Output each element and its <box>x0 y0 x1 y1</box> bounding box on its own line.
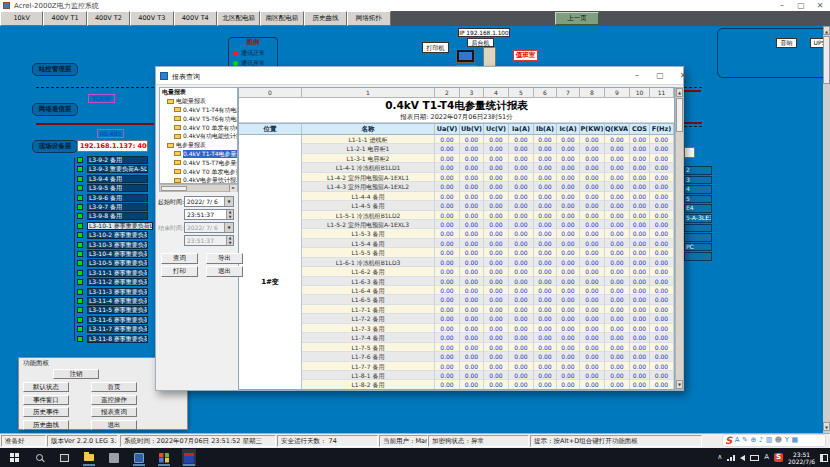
panel-button-报表查询[interactable]: 报表查询 <box>91 407 137 417</box>
scroll-right-icon[interactable]: ► <box>229 185 237 192</box>
tab-历史曲线[interactable]: 历史曲线 <box>304 11 347 26</box>
ime-board-icon[interactable]: ▥ <box>766 435 773 446</box>
ime-keyboard-icon[interactable] <box>750 455 759 461</box>
window-maximize-button[interactable]: ▢ <box>794 0 808 11</box>
scroll-down-icon[interactable]: ▼ <box>823 422 830 431</box>
window-close-button[interactable]: ✕ <box>813 0 827 11</box>
window-minimize-button[interactable]: – <box>775 0 789 11</box>
scrollbar-thumb[interactable] <box>676 98 683 132</box>
tree-item[interactable]: 0.4kV T5-T6有功电能统 <box>160 114 237 123</box>
value-cell: 0.00 <box>534 277 557 286</box>
value-cell: 0.00 <box>580 239 605 248</box>
app-vertical-scrollbar[interactable]: ▲ ▼ <box>823 26 830 433</box>
dropdown-icon[interactable]: ▼ <box>224 197 233 206</box>
ime-user-icon[interactable]: ☻ <box>775 435 782 446</box>
app-k-icon[interactable] <box>132 449 146 466</box>
tree-folder[interactable]: 电能量报表 <box>160 97 237 106</box>
tree-item-label: 0.4kV T1-T4有功电能统 <box>183 106 237 114</box>
scroll-down-icon[interactable]: ▼ <box>676 380 683 389</box>
row-name-cell: L1-4-1 冷冻机组B1LD1 <box>302 163 435 172</box>
ime-y-icon[interactable]: Y <box>785 435 789 446</box>
value-cell: 0.00 <box>460 277 484 286</box>
value-cell: 0.00 <box>509 295 534 304</box>
back-page-button[interactable]: 上一页 <box>555 12 599 25</box>
device-status-led <box>77 307 83 313</box>
dialog-maximize-button[interactable]: ▢ <box>654 70 666 82</box>
tree-root[interactable]: 电量报表 <box>160 88 237 97</box>
tab-北区配电箱[interactable]: 北区配电箱 <box>217 11 260 26</box>
value-cell: 0.00 <box>435 163 460 172</box>
tree-folder[interactable]: 电参量报表 <box>160 141 237 150</box>
column-header: F(Hz) <box>650 124 674 134</box>
panel-button-历史事件[interactable]: 历史事件 <box>23 407 69 417</box>
panel-button-首页[interactable]: 首页 <box>91 382 137 392</box>
dialog-close-button[interactable]: ✕ <box>677 70 689 82</box>
panel-button-退出[interactable]: 退出 <box>91 420 137 430</box>
tab-400V T3[interactable]: 400V T3 <box>130 11 173 26</box>
tree-item[interactable]: 0.4kV有功电能统计报表 <box>160 132 237 141</box>
panel-button-事件窗口[interactable]: 事件窗口 <box>23 395 69 405</box>
file-explorer-icon[interactable] <box>82 449 96 466</box>
value-cell: 0.00 <box>484 362 509 371</box>
start-time-spinner[interactable]: 23:51:37 ▲▼ <box>184 209 234 220</box>
ime-lang-icon[interactable]: A <box>735 435 740 446</box>
tab-400V T4[interactable]: 400V T4 <box>174 11 217 26</box>
tree-item[interactable]: 0.4kV电参量统计报表 <box>160 176 237 184</box>
scroll-up-icon[interactable]: ▲ <box>823 26 830 35</box>
value-cell: 0.00 <box>650 295 674 304</box>
tree-item[interactable]: 0.4kV T0 单发有功电能 <box>160 123 237 132</box>
app-gray-icon[interactable] <box>107 449 121 466</box>
tree-horizontal-scrollbar[interactable]: ► <box>159 184 238 192</box>
sogou-tray-icon[interactable]: S <box>774 453 783 462</box>
value-cell: 0.00 <box>557 173 580 182</box>
panel-button-历史曲线[interactable]: 历史曲线 <box>23 420 69 430</box>
value-cell: 0.00 <box>605 173 630 182</box>
column-number: 0 <box>239 88 302 98</box>
dialog-button-退出[interactable]: 退出 <box>206 266 243 277</box>
ime-language-icon[interactable]: A <box>764 448 769 467</box>
dialog-button-查询[interactable]: 查询 <box>161 253 198 264</box>
panel-button-遥控操作[interactable]: 遥控操作 <box>91 395 137 405</box>
tab-南区配电箱[interactable]: 南区配电箱 <box>260 11 303 26</box>
panel-button-logout[interactable]: 注销 <box>53 369 99 379</box>
sogou-logo-icon[interactable]: S <box>725 435 732 446</box>
notifications-icon[interactable] <box>820 454 828 462</box>
ime-emoji-icon[interactable]: ⊕ <box>750 435 756 446</box>
start-date-picker[interactable]: 2022/ 7/ 6 ▼ <box>184 196 234 207</box>
value-cell: 0.00 <box>435 144 460 153</box>
tree-item[interactable]: 0.4kV T0 单发电参量统 <box>160 167 237 176</box>
scrollbar-thumb[interactable] <box>823 36 830 84</box>
tree-item[interactable]: 0.4kV T1-T4有功电能统 <box>160 106 237 115</box>
tab-10kV[interactable]: 10kV <box>0 11 43 26</box>
tab-网络拓扑[interactable]: 网络拓扑 <box>347 11 390 26</box>
scrollbar-thumb[interactable] <box>161 186 187 192</box>
dialog-button-打印[interactable]: 打印 <box>161 266 198 277</box>
tab-400V T1[interactable]: 400V T1 <box>43 11 86 26</box>
tab-400V T2[interactable]: 400V T2 <box>87 11 130 26</box>
value-cell: 0.00 <box>557 371 580 380</box>
ime-mic-icon[interactable]: ♪ <box>759 435 763 446</box>
tree-item-label: 0.4kV T5-T6有功电能统 <box>183 115 237 123</box>
network-icon[interactable] <box>727 455 735 461</box>
app-grid-icon[interactable] <box>157 449 171 466</box>
tray-chevron-up-icon[interactable]: ∧ <box>717 448 722 467</box>
panel-button-默认状态[interactable]: 默认状态 <box>23 382 69 392</box>
dialog-button-导出[interactable]: 导出 <box>206 253 243 264</box>
dialog-minimize-button[interactable]: – <box>631 70 643 82</box>
value-cell: 0.00 <box>650 239 674 248</box>
device-status-led <box>77 223 83 229</box>
volume-icon[interactable] <box>740 455 745 461</box>
spinner-icons[interactable]: ▲▼ <box>226 210 233 219</box>
table-vertical-scrollbar[interactable]: ▲ ▼ <box>675 87 684 390</box>
taskbar-clock[interactable]: 23:51 2022/7/6 <box>788 451 815 465</box>
ime-pen-icon[interactable]: ✎ <box>742 435 748 446</box>
start-button-icon[interactable] <box>7 449 21 466</box>
value-cell: 0.00 <box>484 295 509 304</box>
tree-item[interactable]: 0.4kV T5-T7电参量统计 <box>160 158 237 167</box>
tree-item[interactable]: 0.4kV T1-T4电参量统计 <box>160 150 237 159</box>
ime-grid-icon[interactable]: ▦ <box>791 435 798 446</box>
scroll-up-icon[interactable]: ▲ <box>676 88 683 97</box>
scada-app-icon[interactable] <box>182 449 196 466</box>
task-view-icon[interactable] <box>57 449 71 466</box>
search-icon[interactable] <box>32 449 46 466</box>
